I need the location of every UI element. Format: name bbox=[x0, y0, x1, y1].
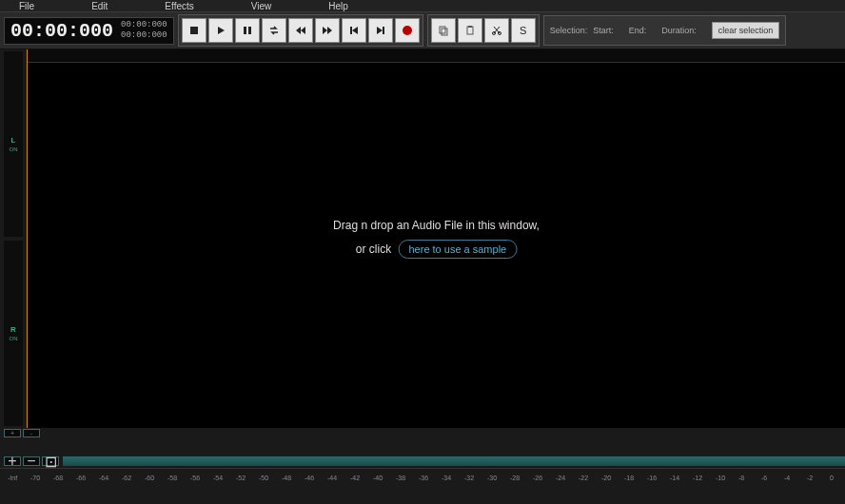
svg-rect-11 bbox=[383, 27, 384, 34]
time-main: 00:00:000 bbox=[10, 20, 113, 42]
db-tick: -50 bbox=[259, 475, 268, 481]
db-tick: -56 bbox=[190, 475, 200, 481]
svg-marker-9 bbox=[352, 27, 358, 34]
db-tick: -58 bbox=[167, 475, 177, 481]
clipboard-group: S bbox=[427, 14, 540, 47]
hzoom-out-button[interactable]: − bbox=[23, 456, 40, 466]
time-ruler[interactable] bbox=[28, 49, 845, 63]
svg-rect-12 bbox=[440, 27, 445, 33]
toolbar: 00:00:000 00:00:000 00:00:000 S Selectio… bbox=[0, 11, 845, 49]
clear-selection-button[interactable]: clear selection bbox=[712, 22, 780, 39]
db-tick: -64 bbox=[99, 475, 108, 481]
time-sub2: 00:00:000 bbox=[121, 30, 167, 41]
channel-sidebar: L ON R ON bbox=[0, 49, 27, 428]
pause-button[interactable] bbox=[235, 18, 260, 43]
cut-icon bbox=[491, 25, 502, 36]
nav-overview[interactable] bbox=[63, 456, 845, 466]
db-tick: -32 bbox=[464, 475, 474, 481]
menu-edit[interactable]: Edit bbox=[91, 1, 108, 11]
channel-right-label: R bbox=[10, 325, 16, 334]
stop-button[interactable] bbox=[182, 18, 206, 43]
svg-marker-4 bbox=[296, 27, 301, 34]
menubar: File Edit Effects View Help bbox=[0, 0, 845, 11]
hzoom-fit-button[interactable]: ⊡ bbox=[42, 456, 59, 466]
menu-effects[interactable]: Effects bbox=[165, 1, 193, 11]
copy-button[interactable] bbox=[431, 18, 456, 43]
channel-left[interactable]: L ON bbox=[4, 51, 23, 237]
db-tick: -16 bbox=[647, 475, 657, 481]
channel-left-status: ON bbox=[10, 146, 18, 152]
db-tick: -10 bbox=[716, 475, 725, 481]
cut-button[interactable] bbox=[484, 18, 509, 43]
record-button[interactable] bbox=[395, 18, 420, 43]
selection-end-label: End: bbox=[629, 26, 647, 35]
channel-right-status: ON bbox=[10, 336, 18, 341]
db-tick: -46 bbox=[305, 475, 314, 481]
selection-duration-label: Duration: bbox=[661, 26, 697, 35]
channel-right[interactable]: R ON bbox=[4, 241, 23, 426]
play-icon bbox=[215, 25, 226, 36]
svg-marker-6 bbox=[323, 27, 327, 34]
db-tick: 0 bbox=[830, 475, 834, 481]
time-sub1: 00:00:000 bbox=[121, 20, 167, 30]
db-tick: -18 bbox=[624, 475, 634, 481]
db-tick: -52 bbox=[236, 475, 246, 481]
forward-button[interactable] bbox=[315, 18, 340, 43]
vertical-zoom-row: + - bbox=[0, 428, 845, 437]
empty-line2: or click bbox=[356, 242, 391, 256]
empty-message: Drag n drop an Audio File in this window… bbox=[333, 219, 540, 259]
db-tick: -44 bbox=[327, 475, 337, 481]
skip-start-icon bbox=[348, 25, 360, 36]
paste-button[interactable] bbox=[458, 18, 482, 43]
svg-rect-13 bbox=[442, 29, 447, 35]
svg-rect-15 bbox=[468, 26, 472, 28]
use-sample-button[interactable]: here to use a sample bbox=[398, 240, 517, 259]
svg-marker-10 bbox=[377, 27, 383, 34]
main-area: L ON R ON Drag n drop an Audio File in t… bbox=[0, 49, 845, 428]
svg-marker-1 bbox=[218, 27, 225, 34]
record-icon bbox=[403, 26, 412, 35]
db-tick: -30 bbox=[487, 475, 497, 481]
hzoom-in-button[interactable]: + bbox=[4, 456, 21, 466]
menu-view[interactable]: View bbox=[251, 1, 272, 11]
forward-icon bbox=[322, 25, 333, 36]
db-tick: -28 bbox=[510, 475, 520, 481]
rewind-button[interactable] bbox=[288, 18, 313, 43]
skip-start-button[interactable] bbox=[342, 18, 366, 43]
db-tick: -54 bbox=[213, 475, 223, 481]
db-tick: -34 bbox=[442, 475, 451, 481]
svg-rect-3 bbox=[248, 27, 251, 34]
stop-icon bbox=[188, 25, 200, 36]
empty-line2-row: or click here to use a sample bbox=[333, 240, 540, 259]
svg-rect-8 bbox=[350, 27, 352, 34]
transport-group bbox=[178, 14, 423, 47]
play-button[interactable] bbox=[208, 18, 233, 43]
channel-left-label: L bbox=[11, 136, 16, 145]
menu-file[interactable]: File bbox=[19, 1, 34, 11]
svg-marker-5 bbox=[301, 27, 305, 34]
db-ruler: -Inf-70-68-66-64-62-60-58-56-54-52-50-48… bbox=[0, 468, 845, 487]
db-tick: -12 bbox=[693, 475, 702, 481]
db-tick: -Inf bbox=[8, 475, 17, 481]
db-tick: -60 bbox=[145, 475, 154, 481]
db-tick: -26 bbox=[533, 475, 542, 481]
db-tick: -8 bbox=[738, 475, 744, 481]
vzoom-out-button[interactable]: - bbox=[23, 429, 40, 437]
db-tick: -70 bbox=[30, 475, 40, 481]
loop-button[interactable] bbox=[262, 18, 286, 43]
menu-help[interactable]: Help bbox=[328, 1, 348, 11]
db-tick: -22 bbox=[579, 475, 588, 481]
s-button[interactable]: S bbox=[511, 18, 536, 43]
spacer bbox=[0, 437, 845, 456]
copy-icon bbox=[438, 25, 449, 36]
selection-start-label: Start: bbox=[593, 26, 614, 35]
db-tick: -62 bbox=[122, 475, 131, 481]
selection-panel: Selection: Start: End: Duration: clear s… bbox=[543, 15, 787, 46]
waveform-area[interactable]: Drag n drop an Audio File in this window… bbox=[27, 49, 845, 428]
skip-end-button[interactable] bbox=[368, 18, 393, 43]
vzoom-in-button[interactable]: + bbox=[4, 429, 21, 437]
time-display: 00:00:000 00:00:000 00:00:000 bbox=[4, 17, 174, 45]
db-tick: -4 bbox=[784, 475, 790, 481]
db-tick: -66 bbox=[76, 475, 86, 481]
db-tick: -38 bbox=[396, 475, 405, 481]
